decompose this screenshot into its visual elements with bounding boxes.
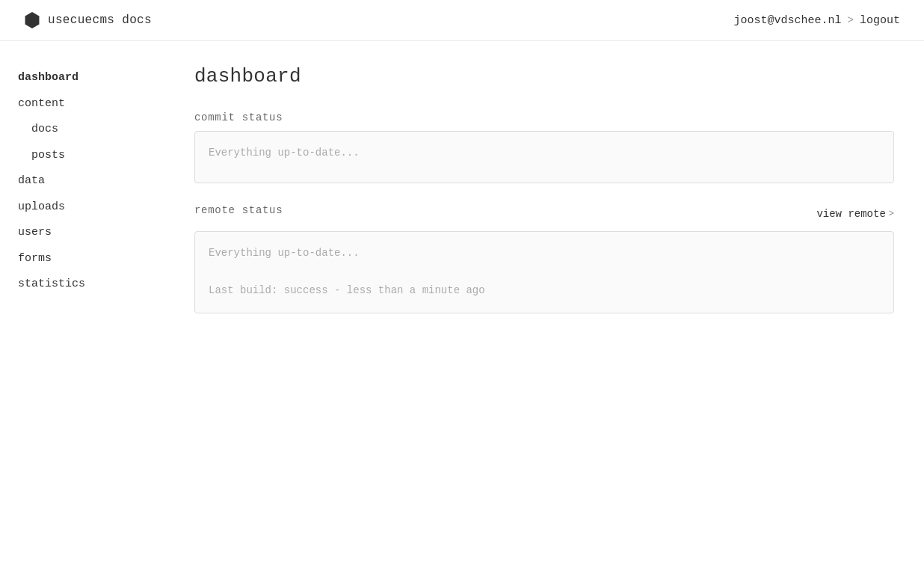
header-right: joost@vdschee.nl > logout (734, 14, 900, 27)
sidebar-item-dashboard[interactable]: dashboard (18, 65, 147, 91)
logout-button[interactable]: logout (860, 14, 900, 27)
commit-status-box: Everything up-to-date... (194, 131, 894, 183)
sidebar-item-content[interactable]: content (18, 91, 147, 117)
view-remote-link[interactable]: view remote > (816, 208, 894, 220)
view-remote-chevron-icon: > (889, 209, 894, 219)
sidebar: dashboard content docs posts data upload… (0, 41, 164, 584)
remote-status-line-3: Last build: success - less than a minute… (209, 281, 880, 300)
commit-status-label: commit status (194, 111, 894, 123)
commit-status-line-1: Everything up-to-date... (209, 144, 880, 162)
remote-status-label: remote status (194, 204, 283, 216)
layout: dashboard content docs posts data upload… (0, 41, 924, 584)
view-remote-text: view remote (816, 208, 885, 220)
sidebar-item-data[interactable]: data (18, 168, 147, 195)
sidebar-item-forms[interactable]: forms (18, 246, 147, 272)
remote-status-line-1: Everything up-to-date... (209, 244, 880, 263)
header: usecuecms docs joost@vdschee.nl > logout (0, 0, 924, 41)
remote-status-box: Everything up-to-date... Last build: suc… (194, 231, 894, 313)
chevron-icon: > (848, 14, 854, 26)
commit-status-section: commit status Everything up-to-date... (194, 111, 894, 183)
sidebar-item-posts[interactable]: posts (18, 143, 147, 169)
logo-icon (24, 12, 40, 28)
user-email: joost@vdschee.nl (734, 14, 842, 27)
app-title[interactable]: usecuecms docs (48, 13, 152, 27)
sidebar-item-users[interactable]: users (18, 220, 147, 246)
remote-status-section: remote status view remote > Everything u… (194, 204, 894, 313)
remote-status-header: remote status view remote > (194, 204, 894, 224)
remote-status-line-2 (209, 263, 880, 281)
sidebar-item-docs[interactable]: docs (18, 117, 147, 143)
header-left: usecuecms docs (24, 12, 152, 28)
sidebar-item-uploads[interactable]: uploads (18, 195, 147, 221)
sidebar-item-statistics[interactable]: statistics (18, 272, 147, 298)
page-title: dashboard (194, 65, 894, 88)
main-content: dashboard commit status Everything up-to… (164, 41, 924, 584)
